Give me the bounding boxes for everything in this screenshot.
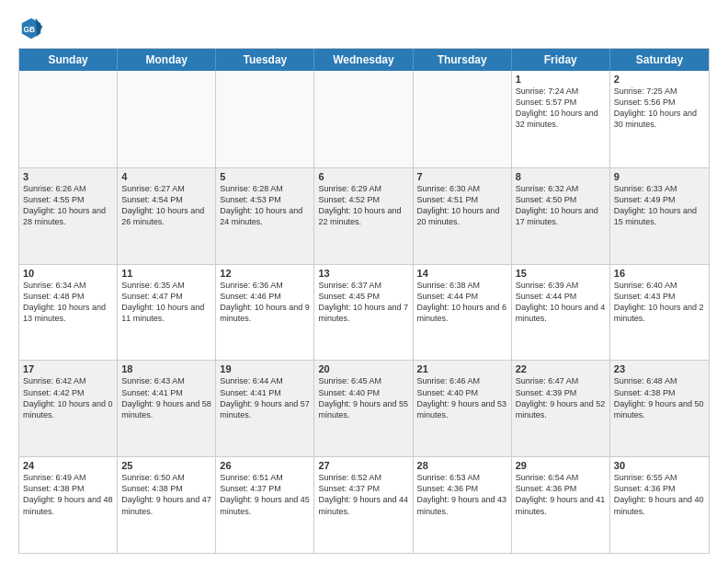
day-number: 29 xyxy=(516,460,606,471)
day-number: 18 xyxy=(121,363,211,374)
day-info: Sunrise: 6:46 AM Sunset: 4:40 PM Dayligh… xyxy=(417,375,507,420)
day-cell-17: 17Sunrise: 6:42 AM Sunset: 4:42 PM Dayli… xyxy=(19,361,118,456)
day-info: Sunrise: 6:54 AM Sunset: 4:36 PM Dayligh… xyxy=(516,472,606,517)
day-number: 17 xyxy=(23,363,113,374)
day-info: Sunrise: 6:55 AM Sunset: 4:36 PM Dayligh… xyxy=(614,472,705,517)
day-cell-9: 9Sunrise: 6:33 AM Sunset: 4:49 PM Daylig… xyxy=(610,168,709,264)
day-info: Sunrise: 6:35 AM Sunset: 4:47 PM Dayligh… xyxy=(121,280,211,325)
empty-cell xyxy=(118,71,216,167)
calendar-body: 1Sunrise: 7:24 AM Sunset: 5:57 PM Daylig… xyxy=(19,71,709,553)
day-info: Sunrise: 6:40 AM Sunset: 4:43 PM Dayligh… xyxy=(614,280,705,325)
day-number: 25 xyxy=(121,460,211,471)
day-number: 12 xyxy=(220,268,310,279)
day-info: Sunrise: 7:24 AM Sunset: 5:57 PM Dayligh… xyxy=(516,86,606,131)
day-cell-18: 18Sunrise: 6:43 AM Sunset: 4:41 PM Dayli… xyxy=(118,361,216,456)
day-number: 3 xyxy=(23,171,113,182)
logo: GB xyxy=(18,15,48,40)
day-number: 26 xyxy=(220,460,310,471)
day-cell-2: 2Sunrise: 7:25 AM Sunset: 5:56 PM Daylig… xyxy=(610,71,709,167)
day-info: Sunrise: 6:51 AM Sunset: 4:37 PM Dayligh… xyxy=(220,472,310,517)
day-info: Sunrise: 6:45 AM Sunset: 4:40 PM Dayligh… xyxy=(318,375,408,420)
day-info: Sunrise: 6:42 AM Sunset: 4:42 PM Dayligh… xyxy=(23,375,113,420)
header-day-saturday: Saturday xyxy=(610,49,709,71)
day-cell-6: 6Sunrise: 6:29 AM Sunset: 4:52 PM Daylig… xyxy=(314,168,413,264)
day-info: Sunrise: 6:27 AM Sunset: 4:54 PM Dayligh… xyxy=(121,183,211,228)
day-number: 15 xyxy=(516,268,606,279)
day-cell-30: 30Sunrise: 6:55 AM Sunset: 4:36 PM Dayli… xyxy=(610,457,709,553)
calendar-week-3: 10Sunrise: 6:34 AM Sunset: 4:48 PM Dayli… xyxy=(19,264,709,361)
day-number: 4 xyxy=(121,171,211,182)
day-number: 6 xyxy=(318,171,408,182)
day-info: Sunrise: 6:48 AM Sunset: 4:38 PM Dayligh… xyxy=(614,375,705,420)
header-day-tuesday: Tuesday xyxy=(216,49,314,71)
day-number: 22 xyxy=(516,363,606,374)
header: GB xyxy=(18,15,710,40)
day-cell-28: 28Sunrise: 6:53 AM Sunset: 4:36 PM Dayli… xyxy=(414,457,512,553)
header-day-wednesday: Wednesday xyxy=(314,49,413,71)
day-info: Sunrise: 6:50 AM Sunset: 4:38 PM Dayligh… xyxy=(121,472,211,517)
day-cell-20: 20Sunrise: 6:45 AM Sunset: 4:40 PM Dayli… xyxy=(314,361,413,456)
day-cell-5: 5Sunrise: 6:28 AM Sunset: 4:53 PM Daylig… xyxy=(216,168,314,264)
header-day-sunday: Sunday xyxy=(19,49,118,71)
day-number: 2 xyxy=(614,74,705,85)
day-cell-14: 14Sunrise: 6:38 AM Sunset: 4:44 PM Dayli… xyxy=(414,265,512,361)
day-info: Sunrise: 6:32 AM Sunset: 4:50 PM Dayligh… xyxy=(516,183,606,228)
header-day-thursday: Thursday xyxy=(414,49,512,71)
day-cell-21: 21Sunrise: 6:46 AM Sunset: 4:40 PM Dayli… xyxy=(414,361,512,456)
day-cell-29: 29Sunrise: 6:54 AM Sunset: 4:36 PM Dayli… xyxy=(512,457,610,553)
day-cell-12: 12Sunrise: 6:36 AM Sunset: 4:46 PM Dayli… xyxy=(216,265,314,361)
calendar-week-2: 3Sunrise: 6:26 AM Sunset: 4:55 PM Daylig… xyxy=(19,167,709,264)
logo-icon: GB xyxy=(18,15,44,40)
calendar-week-4: 17Sunrise: 6:42 AM Sunset: 4:42 PM Dayli… xyxy=(19,360,709,456)
day-number: 21 xyxy=(417,363,507,374)
page: GB SundayMondayTuesdayWednesdayThursdayF… xyxy=(0,0,728,563)
day-info: Sunrise: 6:37 AM Sunset: 4:45 PM Dayligh… xyxy=(318,280,408,325)
header-day-monday: Monday xyxy=(118,49,216,71)
calendar-week-5: 24Sunrise: 6:49 AM Sunset: 4:38 PM Dayli… xyxy=(19,456,709,553)
day-info: Sunrise: 6:33 AM Sunset: 4:49 PM Dayligh… xyxy=(614,183,705,228)
day-number: 9 xyxy=(614,171,705,182)
empty-cell xyxy=(19,71,118,167)
day-cell-11: 11Sunrise: 6:35 AM Sunset: 4:47 PM Dayli… xyxy=(118,265,216,361)
day-cell-8: 8Sunrise: 6:32 AM Sunset: 4:50 PM Daylig… xyxy=(512,168,610,264)
day-info: Sunrise: 6:52 AM Sunset: 4:37 PM Dayligh… xyxy=(318,472,408,517)
header-day-friday: Friday xyxy=(512,49,610,71)
day-cell-26: 26Sunrise: 6:51 AM Sunset: 4:37 PM Dayli… xyxy=(216,457,314,553)
day-cell-1: 1Sunrise: 7:24 AM Sunset: 5:57 PM Daylig… xyxy=(512,71,610,167)
empty-cell xyxy=(314,71,413,167)
day-number: 23 xyxy=(614,363,705,374)
day-cell-4: 4Sunrise: 6:27 AM Sunset: 4:54 PM Daylig… xyxy=(118,168,216,264)
day-info: Sunrise: 6:26 AM Sunset: 4:55 PM Dayligh… xyxy=(23,183,113,228)
day-number: 5 xyxy=(220,171,310,182)
day-info: Sunrise: 6:39 AM Sunset: 4:44 PM Dayligh… xyxy=(516,280,606,325)
day-number: 10 xyxy=(23,268,113,279)
day-info: Sunrise: 6:53 AM Sunset: 4:36 PM Dayligh… xyxy=(417,472,507,517)
svg-text:GB: GB xyxy=(24,25,36,34)
day-number: 24 xyxy=(23,460,113,471)
calendar-header: SundayMondayTuesdayWednesdayThursdayFrid… xyxy=(19,49,709,71)
day-info: Sunrise: 7:25 AM Sunset: 5:56 PM Dayligh… xyxy=(614,86,705,131)
day-number: 20 xyxy=(318,363,408,374)
day-number: 11 xyxy=(121,268,211,279)
day-cell-15: 15Sunrise: 6:39 AM Sunset: 4:44 PM Dayli… xyxy=(512,265,610,361)
day-number: 16 xyxy=(614,268,705,279)
day-cell-16: 16Sunrise: 6:40 AM Sunset: 4:43 PM Dayli… xyxy=(610,265,709,361)
day-cell-13: 13Sunrise: 6:37 AM Sunset: 4:45 PM Dayli… xyxy=(314,265,413,361)
day-number: 27 xyxy=(318,460,408,471)
day-cell-7: 7Sunrise: 6:30 AM Sunset: 4:51 PM Daylig… xyxy=(414,168,512,264)
calendar: SundayMondayTuesdayWednesdayThursdayFrid… xyxy=(18,48,710,554)
day-number: 13 xyxy=(318,268,408,279)
day-cell-23: 23Sunrise: 6:48 AM Sunset: 4:38 PM Dayli… xyxy=(610,361,709,456)
day-cell-24: 24Sunrise: 6:49 AM Sunset: 4:38 PM Dayli… xyxy=(19,457,118,553)
day-info: Sunrise: 6:30 AM Sunset: 4:51 PM Dayligh… xyxy=(417,183,507,228)
day-number: 30 xyxy=(614,460,705,471)
day-info: Sunrise: 6:47 AM Sunset: 4:39 PM Dayligh… xyxy=(516,375,606,420)
day-info: Sunrise: 6:49 AM Sunset: 4:38 PM Dayligh… xyxy=(23,472,113,517)
day-cell-3: 3Sunrise: 6:26 AM Sunset: 4:55 PM Daylig… xyxy=(19,168,118,264)
day-number: 1 xyxy=(516,74,606,85)
day-number: 19 xyxy=(220,363,310,374)
empty-cell xyxy=(216,71,314,167)
empty-cell xyxy=(414,71,512,167)
day-number: 14 xyxy=(417,268,507,279)
day-cell-27: 27Sunrise: 6:52 AM Sunset: 4:37 PM Dayli… xyxy=(314,457,413,553)
